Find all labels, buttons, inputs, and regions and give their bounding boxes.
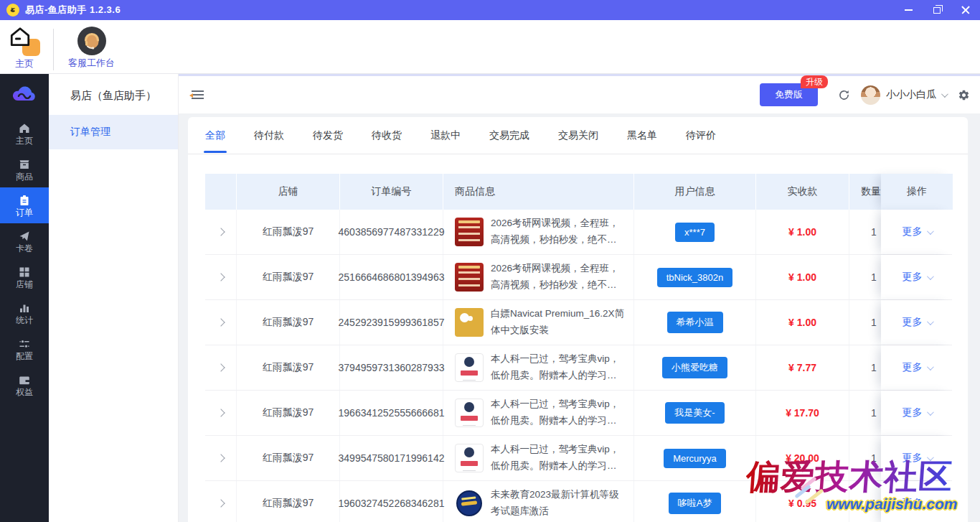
order-number: 2516664686801394963 [340, 255, 443, 299]
more-label: 更多 [903, 497, 923, 510]
tab-7[interactable]: 黑名单 [627, 118, 657, 153]
tab-label: 退款中 [430, 129, 461, 141]
more-actions-link[interactable]: 更多 [903, 361, 932, 374]
main-header: 免费版 升级 小小小白瓜 [179, 74, 980, 113]
rail-item-coupons[interactable]: 卡卷 [0, 223, 49, 259]
refresh-button[interactable] [838, 89, 850, 101]
rail-item-orders[interactable]: 订单 [0, 187, 49, 223]
tab-label: 黑名单 [627, 129, 657, 141]
rail-item-label: 订单 [16, 208, 33, 217]
main-area: 免费版 升级 小小小白瓜 全部待付款待发货待收货退款中交易完成交易关闭黑名单待评… [179, 74, 980, 522]
amount-received: ¥ 17.70 [756, 391, 849, 435]
expand-row-icon[interactable] [217, 228, 225, 236]
product-title: 本人科一已过，驾考宝典vip，低价甩卖。附赠本人的学习经验， [491, 396, 625, 429]
product-title: 未来教育2023最新计算机等级考试题库激活 [491, 487, 625, 520]
rail-item-label: 卡卷 [16, 244, 33, 253]
tab-2[interactable]: 待发货 [313, 118, 343, 153]
toolbar-workspace-label: 客服工作台 [68, 57, 115, 70]
minimize-button[interactable] [894, 0, 923, 20]
rail-item-label: 商品 [16, 172, 33, 181]
expand-row-icon[interactable] [217, 454, 225, 462]
orders-table: 店铺订单编号商品信息用户信息实收款数量操作 红雨瓢泼97 46038569774… [188, 154, 968, 522]
tab-1[interactable]: 待付款 [254, 118, 284, 153]
tab-label: 待评价 [686, 129, 716, 141]
expand-row-icon[interactable] [217, 409, 225, 416]
upgrade-badge[interactable]: 升级 [801, 75, 828, 88]
product-thumbnail [455, 444, 484, 472]
order-number: 3499547580171996142 [340, 436, 443, 480]
more-actions-link[interactable]: 更多 [903, 316, 932, 329]
more-label: 更多 [903, 406, 923, 419]
rail-item-goods[interactable]: 商品 [0, 152, 49, 187]
toolbar-workspace-button[interactable]: 客服工作台 [68, 26, 115, 70]
product-thumbnail [455, 308, 484, 337]
buyer-nickname-button[interactable]: 哆啦A梦 [669, 493, 722, 514]
tab-label: 交易关闭 [558, 129, 598, 141]
more-label: 更多 [903, 361, 923, 374]
tab-3[interactable]: 待收货 [372, 118, 402, 153]
tab-8[interactable]: 待评价 [686, 118, 716, 153]
rail-item-home[interactable]: 主页 [0, 116, 49, 152]
window-controls [894, 0, 980, 20]
user-menu-chevron-icon[interactable] [941, 90, 948, 98]
rail-item-stats[interactable]: 统计 [0, 295, 49, 331]
tab-label: 待付款 [254, 129, 284, 141]
toolbar-home-button[interactable]: 主页 [7, 26, 42, 70]
expand-row-icon[interactable] [217, 273, 225, 281]
chevron-down-icon [926, 454, 933, 461]
column-header-price: 实收款 [756, 174, 849, 210]
sidebar-item-order-management[interactable]: 订单管理 [49, 115, 178, 149]
more-label: 更多 [903, 316, 923, 329]
chevron-down-icon [926, 363, 933, 370]
amount-received: ¥ 0.95 [756, 481, 849, 522]
grid-icon [19, 266, 30, 278]
tab-5[interactable]: 交易完成 [489, 118, 529, 153]
product-info: 未来教育2023最新计算机等级考试题库激活 [443, 481, 634, 522]
more-label: 更多 [903, 452, 923, 465]
rail-item-label: 店铺 [16, 280, 33, 289]
more-label: 更多 [903, 271, 923, 284]
more-actions-link[interactable]: 更多 [903, 452, 932, 465]
column-header-order: 订单编号 [340, 174, 443, 210]
username[interactable]: 小小小白瓜 [886, 88, 936, 101]
tab-4[interactable]: 退款中 [430, 118, 461, 153]
sidebar-title: 易店（鱼店助手） [49, 74, 178, 115]
close-button[interactable] [951, 0, 980, 20]
buyer-nickname-button[interactable]: tbNick_3802n [657, 268, 733, 287]
buyer-nickname-button[interactable]: 我是美女- [665, 402, 724, 424]
more-actions-link[interactable]: 更多 [903, 271, 932, 284]
buyer-nickname-button[interactable]: 小熊爱吃糖 [662, 357, 727, 378]
rail-item-config[interactable]: 配置 [0, 331, 49, 367]
rail-item-label: 配置 [16, 352, 33, 360]
order-number: 1960327452268346281 [340, 481, 443, 522]
more-actions-link[interactable]: 更多 [903, 497, 932, 510]
settings-gear-button[interactable] [958, 89, 970, 101]
order-status-tabs: 全部待付款待发货待收货退款中交易完成交易关闭黑名单待评价 [188, 117, 968, 154]
expand-row-icon[interactable] [217, 499, 225, 507]
user-avatar[interactable] [861, 85, 880, 105]
sidebar-item-label: 订单管理 [70, 126, 110, 139]
maximize-button[interactable] [923, 0, 951, 20]
close-icon [961, 6, 970, 14]
product-title: 2026考研网课视频，全程班，高清视频，秒拍秒发，绝不跑路！ [491, 261, 625, 294]
buyer-nickname-button[interactable]: 希希小温 [667, 312, 723, 333]
order-number: 4603856977487331229 [340, 210, 443, 254]
collapse-sidebar-icon[interactable] [192, 90, 204, 99]
rail-item-rights[interactable]: 权益 [0, 367, 49, 403]
more-actions-link[interactable]: 更多 [903, 406, 932, 419]
expand-row-icon[interactable] [217, 318, 225, 326]
content-card: 全部待付款待发货待收货退款中交易完成交易关闭黑名单待评价 店铺订单编号商品信息用… [188, 117, 968, 522]
chevron-down-icon [926, 228, 933, 235]
buyer-nickname-button[interactable]: x***7 [675, 223, 715, 242]
store-name: 红雨瓢泼97 [237, 255, 340, 299]
amount-received: ¥ 1.00 [756, 300, 849, 345]
more-actions-link[interactable]: 更多 [903, 225, 932, 238]
expand-row-icon[interactable] [217, 363, 225, 371]
tab-0[interactable]: 全部 [205, 118, 225, 153]
product-info: 本人科一已过，驾考宝典vip，低价甩卖。附赠本人的学习经验， [443, 345, 634, 390]
buyer-nickname-button[interactable]: Mercuryya [664, 449, 726, 468]
titlebar: 易店-鱼店助手 1.2.3.6 [0, 0, 980, 20]
amount-received: ¥ 20.00 [756, 436, 849, 480]
tab-6[interactable]: 交易关闭 [558, 118, 598, 153]
rail-item-shops[interactable]: 店铺 [0, 259, 49, 295]
